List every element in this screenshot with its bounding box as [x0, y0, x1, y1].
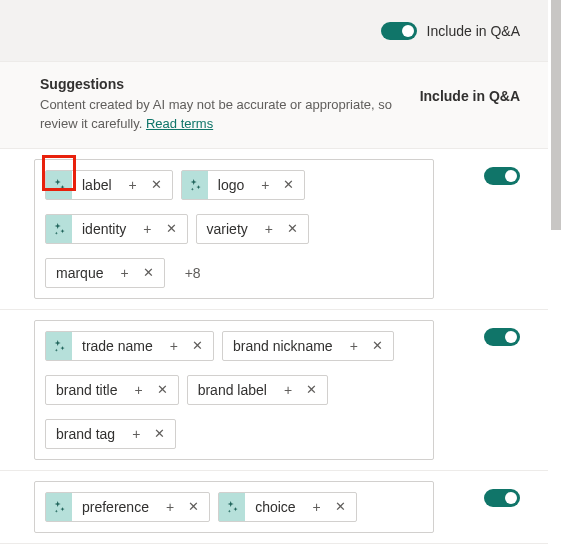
include-qna-toggle-row[interactable] — [484, 489, 520, 507]
sparkle-icon — [46, 215, 72, 243]
read-terms-link[interactable]: Read terms — [146, 116, 213, 131]
suggestion-chip[interactable]: trade name+✕ — [45, 331, 214, 361]
suggestion-chip[interactable]: label+✕ — [45, 170, 173, 200]
sparkle-icon — [219, 493, 245, 521]
close-icon[interactable]: ✕ — [159, 222, 187, 235]
include-qna-toggle-row[interactable] — [484, 328, 520, 346]
chip-label: brand nickname — [223, 338, 343, 354]
suggestions-title: Suggestions — [40, 76, 400, 92]
suggestion-chip[interactable]: variety+✕ — [196, 214, 309, 244]
suggestion-chip[interactable]: brand title+✕ — [45, 375, 179, 405]
close-icon[interactable]: ✕ — [328, 500, 356, 513]
include-qna-column-header: Include in Q&A — [420, 76, 520, 104]
close-icon[interactable]: ✕ — [181, 500, 209, 513]
suggestion-chip[interactable]: preference+✕ — [45, 492, 210, 522]
suggestion-chip[interactable]: identity+✕ — [45, 214, 188, 244]
add-icon[interactable]: + — [113, 266, 135, 280]
add-icon[interactable]: + — [127, 383, 149, 397]
chip-label: identity — [72, 221, 136, 237]
close-icon[interactable]: ✕ — [185, 339, 213, 352]
close-icon[interactable]: ✕ — [365, 339, 393, 352]
add-icon[interactable]: + — [125, 427, 147, 441]
close-icon[interactable]: ✕ — [299, 383, 327, 396]
add-icon[interactable]: + — [122, 178, 144, 192]
include-qna-label-top: Include in Q&A — [427, 23, 520, 39]
add-icon[interactable]: + — [343, 339, 365, 353]
scrollbar-thumb[interactable] — [551, 0, 561, 230]
chip-label: brand label — [188, 382, 277, 398]
chip-label: preference — [72, 499, 159, 515]
close-icon[interactable]: ✕ — [147, 427, 175, 440]
close-icon[interactable]: ✕ — [136, 266, 164, 279]
chip-label: logo — [208, 177, 254, 193]
suggestion-chip[interactable]: brand tag+✕ — [45, 419, 176, 449]
add-icon[interactable]: + — [136, 222, 158, 236]
chip-label: marque — [46, 265, 113, 281]
chip-label: brand title — [46, 382, 127, 398]
sparkle-icon — [46, 332, 72, 360]
close-icon[interactable]: ✕ — [144, 178, 172, 191]
sparkle-icon — [182, 171, 208, 199]
add-icon[interactable]: + — [159, 500, 181, 514]
suggestions-subtitle: Content created by AI may not be accurat… — [40, 96, 400, 134]
suggestion-group: trade name+✕brand nickname+✕brand title+… — [0, 310, 548, 471]
suggestion-chip[interactable]: logo+✕ — [181, 170, 306, 200]
chip-container: preference+✕choice+✕ — [34, 481, 434, 533]
suggestion-chip[interactable]: choice+✕ — [218, 492, 357, 522]
include-qna-toggle-top[interactable] — [381, 22, 417, 40]
close-icon[interactable]: ✕ — [150, 383, 178, 396]
chip-label: trade name — [72, 338, 163, 354]
close-icon[interactable]: ✕ — [276, 178, 304, 191]
more-chip[interactable]: +8 — [173, 258, 213, 288]
add-icon[interactable]: + — [254, 178, 276, 192]
suggestion-chip[interactable]: brand label+✕ — [187, 375, 328, 405]
chip-label: choice — [245, 499, 305, 515]
add-icon[interactable]: + — [163, 339, 185, 353]
sparkle-icon — [46, 493, 72, 521]
chip-container: label+✕logo+✕identity+✕variety+✕marque+✕… — [34, 159, 434, 299]
chip-label: variety — [197, 221, 258, 237]
add-icon[interactable]: + — [306, 500, 328, 514]
chip-label: brand tag — [46, 426, 125, 442]
suggestion-group: label+✕logo+✕identity+✕variety+✕marque+✕… — [0, 149, 548, 310]
suggestion-chip[interactable]: brand nickname+✕ — [222, 331, 394, 361]
suggestion-group: preference+✕choice+✕ — [0, 471, 548, 544]
chip-container: trade name+✕brand nickname+✕brand title+… — [34, 320, 434, 460]
sparkle-icon — [46, 171, 72, 199]
add-icon[interactable]: + — [277, 383, 299, 397]
chip-label: label — [72, 177, 122, 193]
add-icon[interactable]: + — [258, 222, 280, 236]
suggestion-chip[interactable]: marque+✕ — [45, 258, 165, 288]
close-icon[interactable]: ✕ — [280, 222, 308, 235]
include-qna-toggle-row[interactable] — [484, 167, 520, 185]
suggestions-subtitle-text: Content created by AI may not be accurat… — [40, 97, 392, 131]
